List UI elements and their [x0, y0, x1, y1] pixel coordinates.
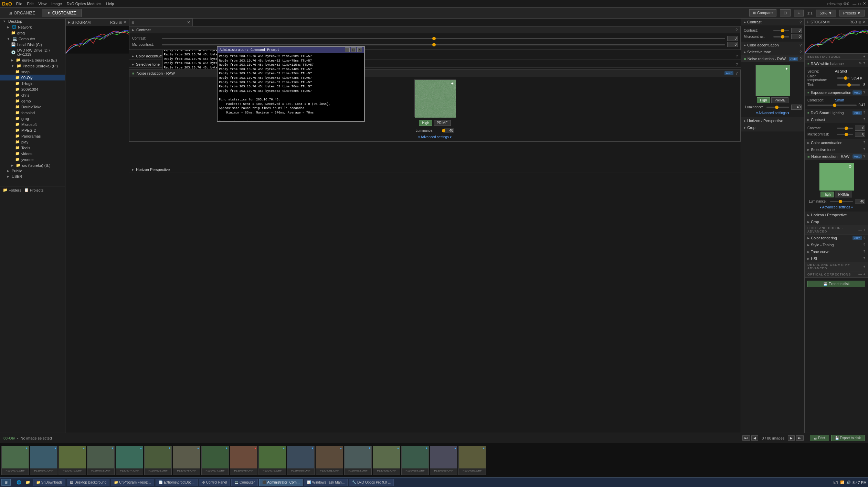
far-advanced-link[interactable]: ▾ Advanced settings ▾ — [808, 205, 864, 209]
luminance-input[interactable] — [444, 128, 454, 133]
sidebar-item-public[interactable]: ▶ Public — [0, 168, 65, 174]
far-sel-q[interactable]: ? — [863, 148, 865, 152]
far-mc-slider[interactable] — [837, 134, 853, 135]
thumb-item-10[interactable]: P1304080.ORF ★ — [287, 446, 315, 475]
taskbar-item-dxo[interactable]: 🔧 DxO Optics Pro 9.0 ... — [349, 479, 394, 486]
correction-slider[interactable] — [807, 105, 857, 106]
strip-export-btn[interactable]: 💾 Export to disk — [831, 435, 865, 441]
far-contrast-q[interactable]: ? — [863, 118, 865, 122]
hsl-title[interactable]: ▶ HSL ? — [805, 255, 868, 262]
sidebar-item-user[interactable]: ▶ USER — [0, 174, 65, 179]
thumb-item-4[interactable]: P1304074.ORF ★ — [116, 446, 143, 475]
sidebar-item-demo[interactable]: 📁 demo — [0, 98, 65, 104]
far-contrast-title[interactable]: ▶ Contrast ? — [805, 116, 868, 123]
far-lum-slider[interactable] — [830, 201, 853, 202]
far-hist-expand[interactable]: ⊞ — [858, 20, 861, 24]
cmd2-close[interactable]: ✕ — [357, 47, 362, 52]
tab-customize[interactable]: ✦ CUSTOMIZE — [42, 9, 82, 17]
lc-minus-btn[interactable]: — — [858, 228, 862, 232]
sidebar-item-tools[interactable]: 📁 Tools — [0, 145, 65, 151]
strip-prev[interactable]: ◀ — [751, 435, 758, 441]
sidebar-item-photos-p[interactable]: ▼ 📁 Photos (\eureka) (P:) — [0, 63, 65, 69]
sidebar-item-forsalad[interactable]: 📁 forsalad — [0, 110, 65, 116]
far-c-slider[interactable] — [837, 128, 853, 129]
right-horizon-title[interactable]: ▶ Horizon / Perspective — [741, 117, 804, 124]
right-quality-prime[interactable]: PRIME — [771, 97, 788, 103]
thumb-item-9[interactable]: P1304079.ORF ★ — [258, 446, 286, 475]
lc-plus-btn[interactable]: + — [863, 228, 865, 232]
taskbar-item-downloads[interactable]: 📁 S:\Downloads — [33, 479, 65, 486]
oc-plus-btn[interactable]: + — [863, 272, 865, 276]
contrast-title[interactable]: ▶ Contrast ? — [129, 26, 740, 33]
selective-tone-question[interactable]: ? — [736, 63, 738, 66]
sidebar-item-00-oly[interactable]: 📁 00-Oly — [0, 75, 65, 80]
strip-prev-prev[interactable]: ⏮ — [742, 435, 750, 441]
thumb-item-16[interactable]: P1304086.ORF ★ — [458, 446, 486, 475]
sidebar-item-doubletake[interactable]: 📁 DoubleTake — [0, 104, 65, 110]
menu-edit[interactable]: Edit — [27, 2, 34, 6]
color-temp-slider[interactable] — [837, 77, 849, 79]
exposure-title[interactable]: ■ Exposure compensation Auto ? — [805, 89, 868, 96]
export-disk-bottom-btn[interactable]: 💾 Export to disk — [807, 281, 865, 287]
right-noise-raw-title[interactable]: ■ Noise reduction - RAW Auto ? — [741, 55, 804, 62]
menu-optics[interactable]: DxO Optics Modules — [67, 2, 102, 6]
tab-organize[interactable]: ⊞ ORGANIZE — [3, 9, 41, 17]
right-advanced-link[interactable]: ▾ Advanced settings ▾ — [745, 111, 801, 115]
far-noise-q[interactable]: ? — [863, 154, 865, 159]
smart-lighting-title[interactable]: ■ DxO Smart Lighting Auto ? — [805, 109, 868, 116]
far-color-q[interactable]: ? — [863, 141, 865, 145]
thumb-item-14[interactable]: P1304084.ORF ★ — [401, 446, 429, 475]
rc-micro-slider[interactable] — [773, 36, 789, 37]
sidebar-item-microsoft[interactable]: 📁 Microsoft — [0, 121, 65, 127]
raw-wb-q[interactable]: ? — [863, 62, 865, 66]
zoom-dropdown-btn[interactable]: 59% ▼ — [816, 10, 836, 17]
rc-contrast-input[interactable] — [791, 28, 802, 33]
sidebar-item-computer[interactable]: ▼ 💻 Computer — [0, 36, 65, 42]
maximize-btn[interactable]: □ — [858, 2, 861, 6]
contrast-slider[interactable] — [162, 38, 725, 39]
hist-left-expand[interactable]: ⊞ — [119, 21, 122, 24]
tint-slider[interactable] — [837, 84, 860, 86]
oc-minus-btn[interactable]: — — [858, 272, 862, 276]
far-lum-input[interactable] — [855, 199, 865, 204]
style-toning-q[interactable]: ? — [863, 243, 865, 247]
noise-center-close[interactable]: ✕ — [187, 20, 190, 25]
color-rendering-title[interactable]: ▶ Color rendering Auto ? — [805, 235, 868, 241]
thumb-item-15[interactable]: P1304085.ORF ★ — [430, 446, 457, 475]
raw-wb-title[interactable]: ■ RAW white balance ✎ ? — [805, 60, 868, 67]
sidebar-item-dvd[interactable]: 💿 DVD RW Drive (D:) ctw1319 — [0, 47, 65, 57]
minimize-btn[interactable]: — — [853, 2, 856, 6]
strip-next[interactable]: ▶ — [788, 435, 795, 441]
smart-q[interactable]: ? — [863, 111, 865, 115]
right-quality-high[interactable]: High — [757, 97, 770, 103]
far-hist-close[interactable]: ✕ — [862, 20, 866, 24]
grid-view-btn[interactable]: ⊡ — [780, 9, 791, 17]
sidebar-item-videos[interactable]: 📁 videos — [0, 151, 65, 156]
quality-high-btn[interactable]: High — [419, 120, 432, 126]
thumb-item-8[interactable]: P1304078.ORF ★ — [230, 446, 257, 475]
thumb-item-6[interactable]: P1304076.ORF ★ — [173, 446, 200, 475]
thumb-item-3[interactable]: P1304073.ORF ★ — [87, 446, 115, 475]
cmd2-minimize[interactable]: — — [345, 47, 350, 52]
color-accentuation-question[interactable]: ? — [736, 54, 738, 58]
taskbar-item-cmd[interactable]: ⬛ Administrator: Com... — [259, 479, 303, 486]
sidebar-item-yvonne[interactable]: 📁 yvonne — [0, 156, 65, 162]
taskbar-item-control-panel[interactable]: ⚙ Control Panel — [199, 479, 230, 486]
thumb-item-2[interactable]: P1304072.ORF ★ — [59, 446, 86, 475]
advanced-settings-link[interactable]: ▾ Advanced settings ▾ — [418, 135, 452, 139]
far-quality-high[interactable]: High — [821, 192, 834, 197]
far-color-acc-title[interactable]: ▶ Color accentuation ? — [805, 139, 868, 146]
microcontrast-input[interactable] — [727, 42, 738, 47]
far-horizon-title[interactable]: ▶ Horizon / Perspective — [805, 212, 868, 218]
thumb-item-0[interactable]: P1304070.ORF ★ — [1, 446, 29, 475]
sidebar-item-src-s[interactable]: ▶ 📁 src (\eureka) (S:) — [0, 162, 65, 168]
right-color-acc-title[interactable]: ▶ Color accentuation ? — [741, 42, 804, 48]
style-toning-title[interactable]: ▶ Style - Toning ? — [805, 241, 868, 248]
right-crop-title[interactable]: ▶ Crop — [741, 124, 804, 131]
far-mc-input[interactable] — [855, 132, 865, 137]
far-sel-tone-title[interactable]: ▶ Selective tone ? — [805, 146, 868, 153]
right-noise-q[interactable]: ? — [800, 57, 802, 61]
thumb-item-12[interactable]: P1304082.ORF ★ — [344, 446, 372, 475]
dg-plus-btn[interactable]: + — [863, 265, 865, 269]
et-minus-btn[interactable]: — — [858, 55, 862, 58]
